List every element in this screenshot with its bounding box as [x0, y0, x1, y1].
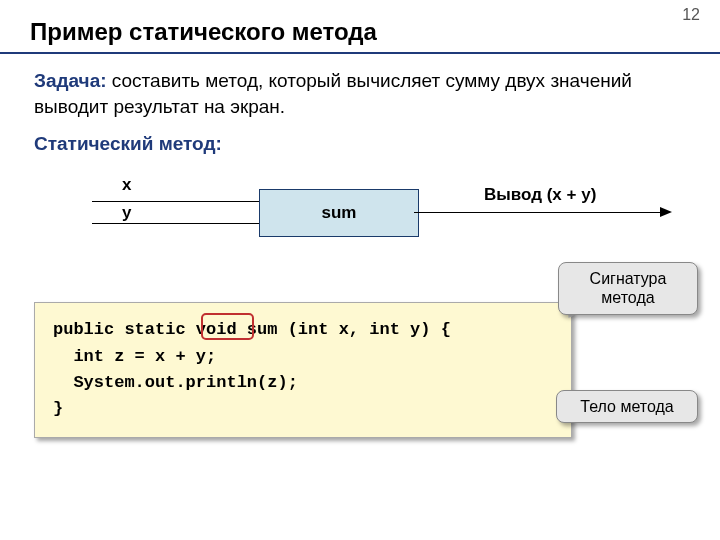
input-label-y: y — [122, 203, 131, 223]
callout-signature: Сигнатура метода — [558, 262, 698, 314]
task-block: Задача: составить метод, который вычисля… — [34, 68, 690, 119]
output-label: Вывод (x + y) — [484, 185, 596, 205]
static-method-label: Статический метод: — [34, 133, 690, 155]
code-block: public static void sum (int x, int y) { … — [34, 302, 572, 437]
callout-body: Тело метода — [556, 390, 698, 423]
arrow-head-icon — [660, 207, 672, 217]
arrow-line-out — [414, 212, 662, 213]
diagram: x y sum Вывод (x + y) — [34, 171, 690, 266]
input-label-x: x — [122, 175, 131, 195]
task-label: Задача: — [34, 70, 107, 91]
page-number: 12 — [682, 6, 700, 24]
task-text: составить метод, который вычисляет сумму… — [34, 70, 632, 117]
page-title: Пример статического метода — [0, 0, 720, 54]
arrow-line-y — [92, 223, 267, 224]
content-area: Задача: составить метод, который вычисля… — [0, 54, 720, 438]
sum-box: sum — [259, 189, 419, 237]
code-area: public static void sum (int x, int y) { … — [34, 302, 690, 437]
arrow-line-x — [92, 201, 267, 202]
